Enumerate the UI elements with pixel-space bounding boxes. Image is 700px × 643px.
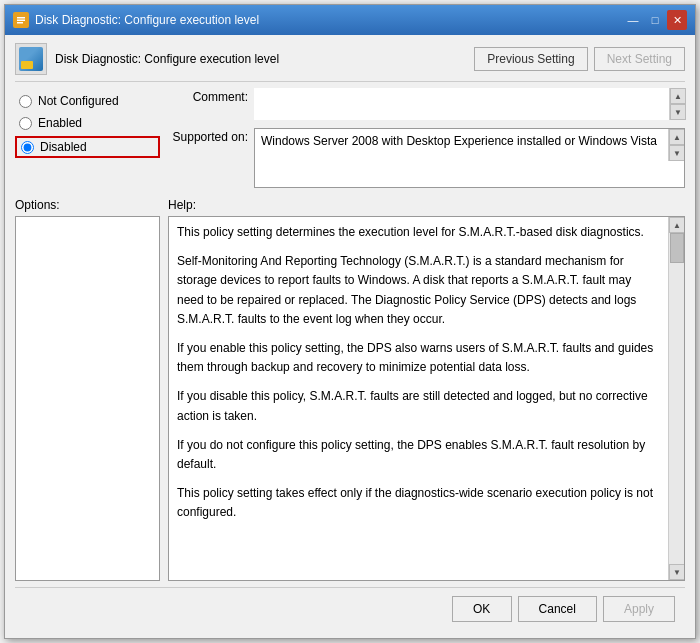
not-configured-option: Not Configured (15, 92, 160, 110)
title-bar-left: Disk Diagnostic: Configure execution lev… (13, 12, 259, 28)
options-label: Options: (15, 198, 160, 212)
enabled-radio[interactable] (19, 117, 32, 130)
comment-scroll-down[interactable]: ▼ (670, 104, 686, 120)
content-area: Disk Diagnostic: Configure execution lev… (5, 35, 695, 638)
not-configured-label: Not Configured (38, 94, 119, 108)
header-row: Disk Diagnostic: Configure execution lev… (15, 43, 685, 82)
help-p1: This policy setting determines the execu… (177, 223, 660, 242)
help-p3: If you enable this policy setting, the D… (177, 339, 660, 377)
help-p2: Self-Monitoring And Reporting Technology… (177, 252, 660, 329)
comment-scroll-up[interactable]: ▲ (670, 88, 686, 104)
help-p6: This policy setting takes effect only if… (177, 484, 660, 522)
not-configured-radio[interactable] (19, 95, 32, 108)
close-button[interactable]: ✕ (667, 10, 687, 30)
policy-icon (15, 43, 47, 75)
disabled-label: Disabled (40, 140, 87, 154)
help-scrollbar: ▲ ▼ (668, 217, 684, 580)
svg-rect-2 (17, 20, 25, 22)
help-scroll-down[interactable]: ▼ (669, 564, 685, 580)
supported-row: Supported on: Windows Server 2008 with D… (168, 128, 685, 188)
window-icon (13, 12, 29, 28)
comment-label: Comment: (168, 88, 248, 104)
comment-row: Comment: ▲ ▼ (168, 88, 685, 120)
next-setting-button[interactable]: Next Setting (594, 47, 685, 71)
disabled-option: Disabled (15, 136, 160, 158)
title-bar-controls: — □ ✕ (623, 10, 687, 30)
main-window: Disk Diagnostic: Configure execution lev… (4, 4, 696, 639)
cancel-button[interactable]: Cancel (518, 596, 597, 622)
enabled-label: Enabled (38, 116, 82, 130)
supported-scroll-up[interactable]: ▲ (669, 129, 685, 145)
options-box (15, 216, 160, 581)
left-panel: Not Configured Enabled Disabled (15, 88, 160, 192)
help-label: Help: (168, 198, 685, 212)
maximize-button[interactable]: □ (645, 10, 665, 30)
comment-wrapper: ▲ ▼ (254, 88, 685, 120)
bottom-section: Options: Help: This policy setting deter… (15, 198, 685, 581)
footer: OK Cancel Apply (15, 587, 685, 630)
header-buttons: Previous Setting Next Setting (474, 47, 685, 71)
help-p4: If you disable this policy, S.M.A.R.T. f… (177, 387, 660, 425)
svg-rect-3 (17, 22, 23, 24)
help-scroll-track (669, 233, 684, 564)
minimize-button[interactable]: — (623, 10, 643, 30)
help-p5: If you do not configure this policy sett… (177, 436, 660, 474)
window-title: Disk Diagnostic: Configure execution lev… (35, 13, 259, 27)
supported-scroll-down[interactable]: ▼ (669, 145, 685, 161)
help-panel: Help: This policy setting determines the… (168, 198, 685, 581)
comment-input[interactable] (254, 88, 669, 120)
supported-text: Windows Server 2008 with Desktop Experie… (255, 129, 668, 154)
header-policy-title: Disk Diagnostic: Configure execution lev… (55, 52, 279, 66)
header-left: Disk Diagnostic: Configure execution lev… (15, 43, 279, 75)
prev-setting-button[interactable]: Previous Setting (474, 47, 587, 71)
enabled-option: Enabled (15, 114, 160, 132)
ok-button[interactable]: OK (452, 596, 512, 622)
comment-scrollbar: ▲ ▼ (669, 88, 685, 120)
supported-field: Windows Server 2008 with Desktop Experie… (254, 128, 685, 188)
help-text-content: This policy setting determines the execu… (169, 217, 668, 580)
radio-group: Not Configured Enabled Disabled (15, 92, 160, 158)
policy-icon-inner (19, 47, 43, 71)
disabled-radio[interactable] (21, 141, 34, 154)
help-scroll-thumb (670, 233, 684, 263)
right-panel: Comment: ▲ ▼ Supported on: Windows (168, 88, 685, 192)
main-section: Not Configured Enabled Disabled Comm (15, 88, 685, 192)
options-panel: Options: (15, 198, 160, 581)
svg-rect-1 (17, 17, 25, 19)
help-box: This policy setting determines the execu… (168, 216, 685, 581)
apply-button[interactable]: Apply (603, 596, 675, 622)
supported-scrollbar: ▲ ▼ (668, 129, 684, 161)
supported-label: Supported on: (168, 128, 248, 144)
help-scroll-up[interactable]: ▲ (669, 217, 685, 233)
title-bar: Disk Diagnostic: Configure execution lev… (5, 5, 695, 35)
